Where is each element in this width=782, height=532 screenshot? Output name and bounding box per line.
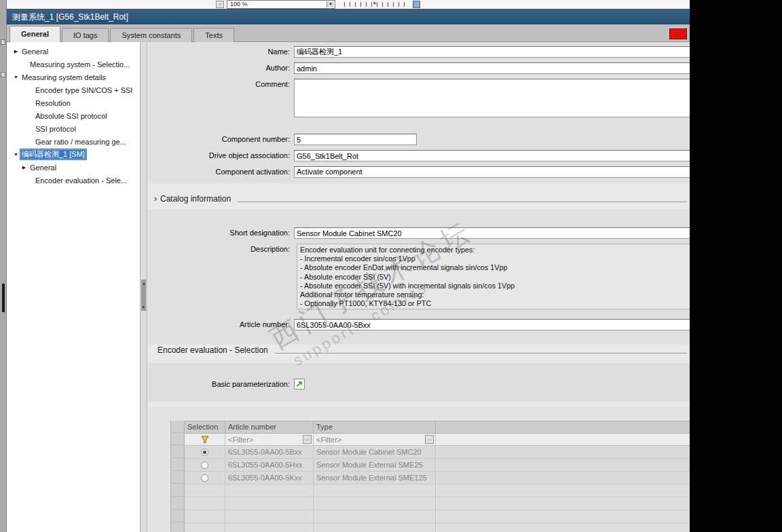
dock-slider[interactable]: [2, 284, 5, 312]
table-row-empty: [185, 497, 690, 510]
zoom-combo[interactable]: 100 % ▼: [227, 0, 335, 9]
selection-cell: [185, 472, 225, 484]
description-line: - Optionally PT1000, KTY84-130 or PTC: [300, 299, 690, 308]
description-line: Encoder evaluation unit for connecting e…: [300, 246, 690, 254]
table-row-gutter: [170, 421, 185, 532]
properties-form: Name: Author: Comment: Component number:…: [148, 42, 690, 532]
splitter-handle[interactable]: ◄ ►: [141, 280, 146, 311]
tree-item-label: Encoder evaluation - Sele...: [33, 176, 129, 185]
selection-radio[interactable]: [201, 449, 208, 456]
article-number-cell: 6SL3055-0AA00-5Hxx: [225, 459, 314, 471]
tree-item[interactable]: ▼编码器检测_1 [SM]: [7, 148, 140, 161]
selection-radio[interactable]: [201, 474, 208, 482]
table-filter-row: <Filter> … <Filter> …: [185, 434, 690, 446]
tree-item[interactable]: Measuring system - Selectio...: [7, 58, 140, 71]
column-header-article[interactable]: Article number: [225, 421, 314, 433]
inspector-title-bar: 测量系统_1 [G56_Stk1Belt_Rot]: [7, 10, 690, 24]
column-header-selection[interactable]: Selection: [185, 421, 225, 433]
navigation-tree: ▶GeneralMeasuring system - Selectio...▼M…: [7, 42, 141, 532]
component-activation-dropdown[interactable]: Activate component: [294, 166, 690, 178]
description-line: - Incremental encoder sin/cos 1Vpp: [300, 254, 690, 263]
tree-item-label: General: [20, 47, 50, 56]
blank-cell: [436, 523, 690, 532]
short-designation-input[interactable]: [294, 227, 690, 239]
row-gutter-cell[interactable]: [170, 445, 185, 458]
tree-item[interactable]: ▼Measuring system details: [7, 71, 140, 83]
basic-parameterization-link-icon[interactable]: [294, 379, 305, 390]
toolbar-expand-icon[interactable]: ›: [216, 1, 224, 8]
filter-placeholder: <Filter>: [316, 436, 341, 444]
tree-item[interactable]: ▶General: [7, 161, 140, 174]
inspector-title: 测量系统_1 [G56_Stk1Belt_Rot]: [12, 12, 128, 22]
ruler-pointer-icon: ▾: [373, 1, 376, 6]
screen: › 100 % ▼ ▾ 测量系统_1 [G56_Stk1Belt_Rot] Ge…: [0, 0, 782, 532]
selection-radio[interactable]: [201, 461, 208, 469]
tab-bar: GeneralIO tagsSystem constantsTexts: [10, 26, 236, 42]
tree-expand-arrow[interactable]: ▼: [12, 152, 20, 157]
tree-item[interactable]: SSI protocol: [7, 122, 140, 135]
row-gutter-cell[interactable]: [170, 433, 185, 445]
article-number-cell: 6SL3055-0AA00-5Kxx: [225, 472, 314, 484]
catalog-section-title: Catalog information: [160, 194, 238, 204]
toolbar-tool-icon[interactable]: [413, 1, 420, 8]
tree-item[interactable]: Resolution: [7, 96, 140, 109]
row-gutter-cell[interactable]: [170, 510, 185, 522]
component-activation-value: Activate component: [297, 168, 362, 176]
table-row-empty: [185, 510, 690, 523]
tab-general[interactable]: General: [10, 26, 60, 42]
row-gutter-cell[interactable]: [170, 421, 185, 433]
dock-icon[interactable]: [1, 72, 5, 77]
drive-object-input[interactable]: [294, 150, 690, 162]
tree-expand-arrow[interactable]: ▶: [12, 49, 20, 54]
funnel-filter-icon[interactable]: [201, 436, 209, 444]
row-gutter-cell[interactable]: [170, 458, 185, 471]
filter-options-icon[interactable]: …: [303, 435, 312, 444]
tree-item[interactable]: ▶General: [7, 45, 140, 58]
tree-item-label: General: [28, 163, 58, 172]
panel-splitter[interactable]: ◄ ►: [141, 42, 147, 532]
table-row[interactable]: 6SL3055-0AA00-5HxxSensor Module External…: [185, 459, 690, 472]
name-input[interactable]: [294, 46, 690, 58]
tree-item[interactable]: Absolute SSI protocol: [7, 109, 140, 122]
chevron-right-icon[interactable]: ›: [151, 193, 160, 204]
blank-cell: [185, 510, 225, 522]
comment-textarea[interactable]: [294, 79, 690, 117]
description-line: Additional motor temperature sensing:: [300, 290, 690, 299]
tree-item-label: Measuring system details: [20, 73, 108, 82]
selection-cell: [185, 459, 225, 471]
dock-icon[interactable]: [1, 39, 5, 45]
row-gutter-cell[interactable]: [170, 484, 185, 497]
blank-cell: [314, 497, 436, 510]
catalog-section-header[interactable]: › Catalog information: [151, 193, 687, 204]
tree-item-label: Measuring system - Selectio...: [28, 60, 132, 69]
tree-item[interactable]: Encoder evaluation - Sele...: [7, 174, 140, 187]
column-header-type[interactable]: Type: [314, 421, 436, 433]
row-gutter-cell[interactable]: [170, 471, 185, 484]
zoom-value: 100 %: [230, 1, 248, 7]
row-gutter-cell[interactable]: [170, 497, 185, 510]
blank-cell: [436, 510, 690, 522]
tab-texts[interactable]: Texts: [193, 28, 234, 42]
ruler-icon: [344, 2, 409, 7]
short-designation-label: Short designation:: [151, 227, 294, 239]
row-gutter-cell[interactable]: [170, 522, 185, 532]
chevron-down-icon[interactable]: ▼: [327, 1, 334, 7]
filter-input-article[interactable]: <Filter> …: [225, 434, 314, 445]
author-input[interactable]: [294, 62, 690, 74]
tab-system-constants[interactable]: System constants: [110, 28, 192, 42]
table-row[interactable]: 6SL3055-0AA00-5BxxSensor Module Cabinet …: [185, 446, 690, 459]
article-number-input[interactable]: [294, 319, 690, 330]
tree-item[interactable]: Encoder type SIN/COS + SSI: [7, 83, 140, 96]
inspector-tab-row: GeneralIO tagsSystem constantsTexts: [7, 24, 690, 42]
tab-io-tags[interactable]: IO tags: [62, 28, 109, 42]
tree-item[interactable]: Gear ratio / measuring ge...: [7, 135, 140, 148]
component-number-input[interactable]: [294, 134, 417, 145]
table-row[interactable]: 6SL3055-0AA00-5KxxSensor Module External…: [185, 472, 690, 484]
tree-expand-arrow[interactable]: ▼: [12, 75, 20, 79]
filter-input-type[interactable]: <Filter> …: [314, 434, 436, 445]
tree-expand-arrow[interactable]: ▶: [20, 165, 28, 170]
filter-options-icon[interactable]: …: [425, 435, 434, 444]
filter-cell-selection: [185, 434, 225, 445]
description-label: Description:: [151, 244, 294, 255]
basic-parameterization-label: Basic parameterization:: [151, 379, 294, 390]
